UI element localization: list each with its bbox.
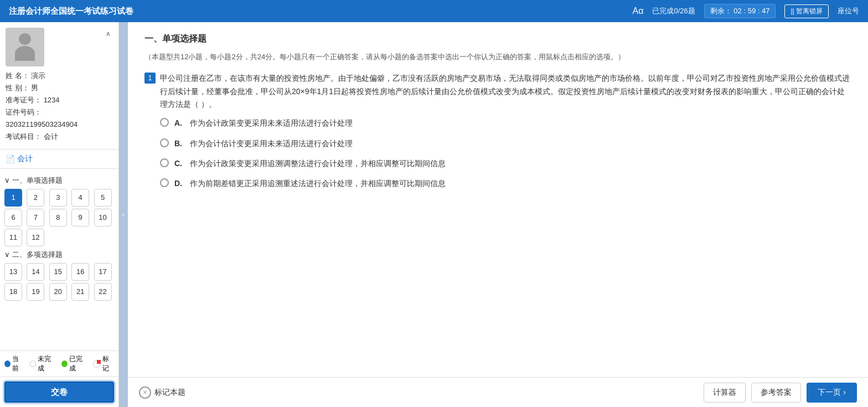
question-nav: ∨ 一、单项选择题 123456789101112 ∨ 二、多项选择题 1314… xyxy=(0,169,118,351)
profile-section: ∧ 姓 名： 演示 性 别： 男 准考证号： 1234 证件号码： 320321… xyxy=(0,22,118,150)
option-item-A[interactable]: A. 作为会计政策变更采用未来适用法进行会计处理 xyxy=(160,117,851,129)
submit-area: 交卷 xyxy=(0,377,118,407)
legend-current: 当前 xyxy=(4,354,24,373)
bottom-left: ✕ 标记本题 xyxy=(139,387,185,399)
progress-label: 已完成0/26题 xyxy=(652,6,695,16)
section2-label: 二、多项选择题 xyxy=(12,250,63,260)
option-item-B[interactable]: B. 作为会计估计变更采用未来适用法进行会计处理 xyxy=(160,137,851,150)
id-value: 320321199503234904 xyxy=(6,120,78,128)
collapse-icon-2: ∨ xyxy=(4,250,10,259)
question-nav-btn-8[interactable]: 8 xyxy=(49,209,67,226)
option-text-D: D. 作为前期差错更正采用追溯重述法进行会计处理，并相应调整可比期间信息 xyxy=(174,177,446,189)
dot-marked xyxy=(93,360,101,368)
subject-link[interactable]: 📄 会计 xyxy=(6,154,113,164)
question-nav-btn-15[interactable]: 15 xyxy=(49,263,67,281)
legend-done: 已完成 xyxy=(61,354,87,373)
doc-icon: 📄 xyxy=(6,154,15,163)
dot-done xyxy=(61,360,68,367)
reference-answer-button[interactable]: 参考答案 xyxy=(751,383,801,403)
option-radio-B xyxy=(160,138,169,147)
question-nav-btn-16[interactable]: 16 xyxy=(71,263,89,281)
name-label: 姓 名： xyxy=(6,71,29,80)
content-wrapper: 一、单项选择题 （本题型共12小题，每小题2分，共24分。每小题只有一个正确答案… xyxy=(128,22,868,407)
font-size-icon[interactable]: Aα xyxy=(633,6,644,16)
section-desc: （本题型共12小题，每小题2分，共24分。每小题只有一个正确答案，请从每小题的备… xyxy=(144,51,851,63)
subject-label: 考试科目： xyxy=(6,132,42,141)
mark-icon: ✕ xyxy=(139,387,151,399)
question-nav-btn-12[interactable]: 12 xyxy=(27,229,44,246)
seat-label: 座位号 xyxy=(838,6,859,16)
legend-not-done-label: 未完成 xyxy=(38,354,56,373)
legend-marked: 标记 xyxy=(93,354,114,373)
option-text-A: A. 作为会计政策变更采用未来适用法进行会计处理 xyxy=(174,117,353,129)
submit-button[interactable]: 交卷 xyxy=(4,382,114,403)
bottom-right: 计算器 参考答案 下一页 › xyxy=(704,383,857,403)
avatar-body xyxy=(15,46,35,61)
next-page-button[interactable]: 下一页 › xyxy=(807,383,857,403)
profile-subject: 考试科目： 会计 xyxy=(6,131,113,143)
main-layout: ∧ 姓 名： 演示 性 别： 男 准考证号： 1234 证件号码： 320321… xyxy=(0,22,868,407)
question-block: 1 甲公司注册在乙市，在该市有大量的投资性房地产。由于地处偏僻，乙市没有活跃的房… xyxy=(144,72,851,190)
question-nav-btn-14[interactable]: 14 xyxy=(27,263,44,281)
question-nav-btn-18[interactable]: 18 xyxy=(4,283,22,301)
option-text-B: B. 作为会计估计变更采用未来适用法进行会计处理 xyxy=(174,137,353,150)
gender-label: 性 别： xyxy=(6,84,29,92)
pause-button[interactable]: || 暂离锁屏 xyxy=(784,4,829,18)
question-nav-btn-3[interactable]: 3 xyxy=(49,189,67,207)
timer-value: 02 : 59 : 47 xyxy=(733,7,769,15)
question-nav-btn-19[interactable]: 19 xyxy=(27,283,44,301)
question-nav-btn-7[interactable]: 7 xyxy=(27,209,44,226)
option-item-C[interactable]: C. 作为会计政策变更采用追溯调整法进行会计处理，并相应调整可比期间信息 xyxy=(160,157,851,169)
option-radio-C xyxy=(160,158,169,167)
subject-nav: 📄 会计 xyxy=(0,150,118,169)
dot-current xyxy=(4,360,11,367)
question-nav-btn-21[interactable]: 21 xyxy=(71,283,89,301)
section1-grid: 123456789101112 xyxy=(4,189,114,246)
question-nav-btn-11[interactable]: 11 xyxy=(4,229,22,246)
exam-id-label: 准考证号： xyxy=(6,96,42,104)
option-text-C: C. 作为会计政策变更采用追溯调整法进行会计处理，并相应调整可比期间信息 xyxy=(174,157,446,169)
profile-exam-id: 准考证号： 1234 xyxy=(6,94,113,106)
section2-grid: 13141516171819202122 xyxy=(4,263,114,301)
bottom-bar: ✕ 标记本题 计算器 参考答案 下一页 › xyxy=(128,377,868,407)
section2-header[interactable]: ∨ 二、多项选择题 xyxy=(4,250,114,260)
sidebar-collapse-handle[interactable]: ‹ xyxy=(119,22,128,407)
question-nav-btn-4[interactable]: 4 xyxy=(71,189,89,207)
calculator-button[interactable]: 计算器 xyxy=(704,383,746,403)
dot-marked-corner xyxy=(97,360,101,364)
legend-marked-label: 标记 xyxy=(102,354,114,373)
legend-done-label: 已完成 xyxy=(69,354,87,373)
profile-id: 证件号码： 320321199503234904 xyxy=(6,106,113,131)
section1-header[interactable]: ∨ 一、单项选择题 xyxy=(4,176,114,186)
profile-info: 姓 名： 演示 性 别： 男 准考证号： 1234 证件号码： 32032119… xyxy=(6,70,113,143)
dot-not-done xyxy=(30,360,36,367)
question-nav-btn-2[interactable]: 2 xyxy=(27,189,44,207)
header-controls: Aα 已完成0/26题 剩余： 02 : 59 : 47 || 暂离锁屏 座位号 xyxy=(633,4,860,18)
section1-label: 一、单项选择题 xyxy=(12,176,63,186)
section-title: 一、单项选择题 xyxy=(144,33,851,45)
mark-button[interactable]: ✕ 标记本题 xyxy=(139,387,185,399)
header: 注册会计师全国统一考试练习试卷 Aα 已完成0/26题 剩余： 02 : 59 … xyxy=(0,0,868,22)
question-nav-btn-13[interactable]: 13 xyxy=(4,263,22,281)
sidebar: ∧ 姓 名： 演示 性 别： 男 准考证号： 1234 证件号码： 320321… xyxy=(0,22,119,407)
option-radio-A xyxy=(160,118,169,127)
question-nav-btn-1[interactable]: 1 xyxy=(4,189,22,207)
question-nav-btn-20[interactable]: 20 xyxy=(49,283,67,301)
legend: 当前 未完成 已完成 标记 xyxy=(0,351,118,377)
id-label: 证件号码： xyxy=(6,108,42,116)
subject-value: 会计 xyxy=(44,132,58,141)
timer-display: 剩余： 02 : 59 : 47 xyxy=(704,4,776,18)
question-nav-btn-9[interactable]: 9 xyxy=(71,209,89,226)
name-value: 演示 xyxy=(31,71,45,80)
question-text: 甲公司注册在乙市，在该市有大量的投资性房地产。由于地处偏僻，乙市没有活跃的房地产… xyxy=(160,72,851,111)
question-nav-btn-17[interactable]: 17 xyxy=(94,263,112,281)
question-nav-btn-22[interactable]: 22 xyxy=(94,283,112,301)
question-nav-btn-5[interactable]: 5 xyxy=(94,189,112,207)
question-nav-btn-10[interactable]: 10 xyxy=(94,209,112,226)
question-num-badge: 1 xyxy=(144,73,156,84)
mark-label: 标记本题 xyxy=(154,388,185,398)
collapse-button[interactable]: ∧ xyxy=(104,28,113,40)
legend-not-done: 未完成 xyxy=(30,354,56,373)
question-nav-btn-6[interactable]: 6 xyxy=(4,209,22,226)
option-item-D[interactable]: D. 作为前期差错更正采用追溯重述法进行会计处理，并相应调整可比期间信息 xyxy=(160,177,851,189)
